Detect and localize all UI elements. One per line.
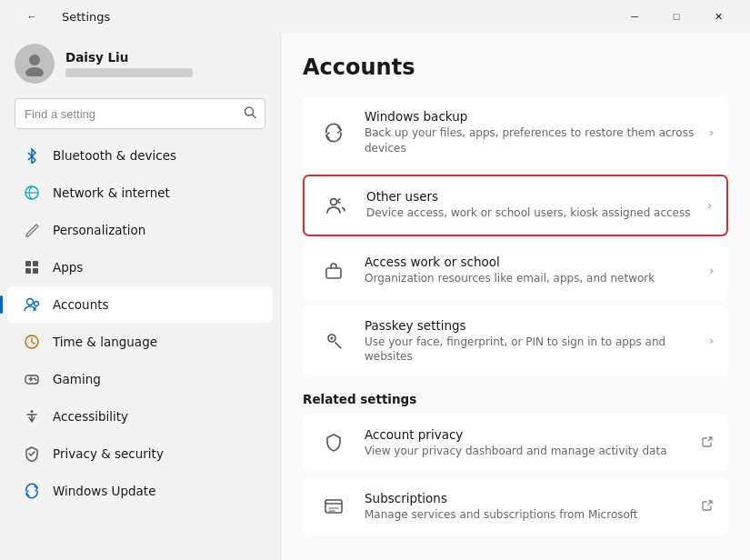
sidebar-item-privacy[interactable]: Privacy & security xyxy=(7,435,273,472)
svg-line-3 xyxy=(253,115,256,118)
windows-backup-icon xyxy=(317,116,350,149)
sidebar-nav: Bluetooth & devices Network & internet xyxy=(0,136,280,510)
item-text: Subscriptions Manage services and subscr… xyxy=(365,491,686,523)
app-title: Settings xyxy=(62,10,110,24)
svg-point-1 xyxy=(25,67,44,76)
sidebar-item-label: Personalization xyxy=(53,223,145,237)
item-desc: Organization resources like email, apps,… xyxy=(365,271,695,286)
sidebar-item-accounts[interactable]: Accounts xyxy=(7,286,273,323)
sidebar-item-label: Apps xyxy=(53,260,83,275)
item-title: Account privacy xyxy=(365,427,686,442)
chevron-icon: › xyxy=(707,199,712,212)
user-info: Daisy Liu xyxy=(65,50,193,77)
settings-item-access-work[interactable]: Access work or school Organization resou… xyxy=(303,242,728,300)
sidebar-item-time[interactable]: Time & language xyxy=(7,324,273,360)
svg-point-15 xyxy=(331,198,337,205)
back-button[interactable]: ← xyxy=(11,2,53,31)
settings-card-top: Windows backup Back up your files, apps,… xyxy=(303,96,728,169)
sidebar-item-personalization[interactable]: Personalization xyxy=(7,212,273,248)
svg-rect-7 xyxy=(33,268,38,274)
sidebar-item-label: Time & language xyxy=(53,335,157,349)
svg-point-9 xyxy=(35,302,39,306)
svg-rect-4 xyxy=(25,261,31,266)
window-controls: ─ □ ✕ xyxy=(614,2,739,31)
chevron-icon: › xyxy=(709,265,714,277)
settings-list: Windows backup Back up your files, apps,… xyxy=(303,96,728,535)
external-link-icon xyxy=(701,435,714,451)
sidebar-item-label: Bluetooth & devices xyxy=(53,148,176,163)
chevron-icon: › xyxy=(709,335,714,347)
svg-point-8 xyxy=(27,299,34,305)
item-title: Windows backup xyxy=(365,109,695,124)
svg-rect-6 xyxy=(25,268,31,274)
sidebar-item-label: Privacy & security xyxy=(53,446,164,461)
update-icon xyxy=(22,481,42,501)
sidebar-item-gaming[interactable]: Gaming xyxy=(7,361,273,397)
other-users-icon xyxy=(319,189,352,222)
settings-item-passkey[interactable]: Passkey settings Use your face, fingerpr… xyxy=(303,305,728,378)
item-title: Subscriptions xyxy=(365,491,686,505)
maximize-button[interactable]: □ xyxy=(655,2,697,31)
user-email-bar xyxy=(65,68,193,77)
chevron-icon: › xyxy=(709,126,714,139)
minimize-button[interactable]: ─ xyxy=(614,2,655,31)
passkey-icon xyxy=(317,325,350,357)
item-title: Access work or school xyxy=(365,255,695,269)
item-desc: Use your face, fingerprint, or PIN to si… xyxy=(365,335,695,365)
search-box xyxy=(15,98,265,129)
sidebar-item-label: Network & internet xyxy=(53,185,170,200)
sidebar-item-label: Gaming xyxy=(53,372,101,386)
related-settings-label: Related settings xyxy=(303,383,728,414)
user-name: Daisy Liu xyxy=(65,50,193,65)
svg-point-13 xyxy=(35,379,37,381)
settings-card-subscriptions: Subscriptions Manage services and subscr… xyxy=(303,477,728,535)
item-text: Passkey settings Use your face, fingerpr… xyxy=(365,318,695,365)
sidebar-item-bluetooth[interactable]: Bluetooth & devices xyxy=(7,137,273,174)
network-icon xyxy=(22,183,42,203)
search-icon xyxy=(244,106,256,122)
main-content: Accounts Windows backup Back xyxy=(280,33,750,560)
accounts-icon xyxy=(22,295,42,315)
time-icon xyxy=(22,332,42,352)
settings-card-work: Access work or school Organization resou… xyxy=(303,242,728,300)
close-button[interactable]: ✕ xyxy=(697,2,739,31)
item-desc: Manage services and subscriptions from M… xyxy=(365,507,686,523)
user-profile[interactable]: Daisy Liu xyxy=(0,33,280,98)
settings-card-passkey: Passkey settings Use your face, fingerpr… xyxy=(303,305,728,378)
accessibility-icon xyxy=(22,406,42,426)
item-text: Access work or school Organization resou… xyxy=(365,255,695,286)
item-desc: Device access, work or school users, kio… xyxy=(366,205,693,221)
sidebar-item-network[interactable]: Network & internet xyxy=(7,175,273,211)
apps-icon xyxy=(22,257,42,277)
svg-point-0 xyxy=(29,55,40,65)
sidebar-item-update[interactable]: Windows Update xyxy=(7,473,273,509)
sidebar-item-label: Accessibility xyxy=(53,409,128,424)
svg-rect-5 xyxy=(33,261,38,266)
bluetooth-icon xyxy=(22,145,42,165)
page-title: Accounts xyxy=(303,55,728,80)
avatar xyxy=(15,44,55,84)
app-container: Daisy Liu xyxy=(0,33,750,560)
search-input[interactable] xyxy=(15,98,265,129)
account-privacy-icon xyxy=(317,426,350,459)
svg-rect-16 xyxy=(326,268,341,278)
sidebar-item-label: Accounts xyxy=(53,297,109,312)
sidebar-item-apps[interactable]: Apps xyxy=(7,249,273,285)
title-bar-left: ← Settings xyxy=(11,2,110,31)
settings-card-other-users: Other users Device access, work or schoo… xyxy=(303,175,728,236)
sidebar-item-accessibility[interactable]: Accessibility xyxy=(7,398,273,435)
settings-item-account-privacy[interactable]: Account privacy View your privacy dashbo… xyxy=(303,414,728,472)
item-title: Other users xyxy=(366,189,693,204)
settings-item-subscriptions[interactable]: Subscriptions Manage services and subscr… xyxy=(303,477,728,535)
sidebar: Daisy Liu xyxy=(0,33,280,560)
settings-item-other-users[interactable]: Other users Device access, work or schoo… xyxy=(305,176,726,235)
access-work-icon xyxy=(317,255,350,287)
item-text: Account privacy View your privacy dashbo… xyxy=(365,427,686,459)
item-desc: Back up your files, apps, preferences to… xyxy=(365,125,695,156)
item-text: Windows backup Back up your files, apps,… xyxy=(365,109,695,156)
svg-point-12 xyxy=(34,378,35,380)
settings-item-windows-backup[interactable]: Windows backup Back up your files, apps,… xyxy=(303,96,728,169)
item-text: Other users Device access, work or schoo… xyxy=(366,189,693,221)
gaming-icon xyxy=(22,369,42,389)
svg-point-18 xyxy=(331,337,334,340)
